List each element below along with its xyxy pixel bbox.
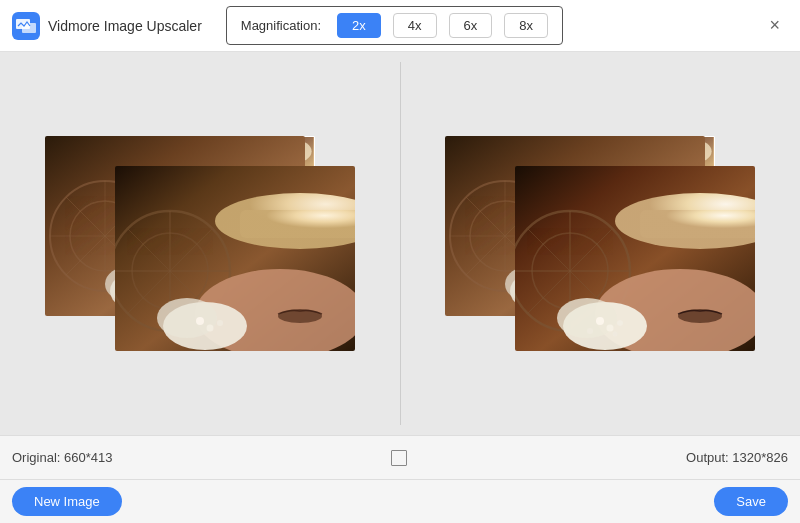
svg-point-29 (157, 298, 217, 338)
original-image-stack (45, 136, 355, 351)
svg-point-30 (196, 317, 204, 325)
output-dimensions: Output: 1320*826 (686, 450, 788, 465)
original-front-image (115, 166, 355, 351)
action-bar: New Image Save (0, 479, 800, 523)
svg-point-31 (206, 325, 213, 332)
main-content-area (0, 52, 800, 435)
magnification-panel: Magnification: 2x 4x 6x 8x (226, 6, 563, 45)
mag-btn-4x[interactable]: 4x (393, 13, 437, 38)
svg-rect-58 (640, 210, 755, 238)
mag-btn-2x[interactable]: 2x (337, 13, 381, 38)
output-front-image (515, 166, 755, 351)
svg-point-32 (217, 320, 223, 326)
magnification-label: Magnification: (241, 18, 321, 33)
compare-icon (391, 450, 407, 466)
save-button[interactable]: Save (714, 487, 788, 516)
svg-rect-27 (240, 210, 355, 238)
svg-point-61 (596, 317, 604, 325)
close-button[interactable]: × (761, 11, 788, 40)
svg-point-63 (617, 320, 623, 326)
original-image-panel (0, 52, 400, 435)
original-dimensions: Original: 660*413 (12, 450, 112, 465)
mag-btn-8x[interactable]: 8x (504, 13, 548, 38)
svg-point-62 (607, 325, 614, 332)
new-image-button[interactable]: New Image (12, 487, 122, 516)
svg-point-65 (613, 332, 618, 337)
mag-btn-6x[interactable]: 6x (449, 13, 493, 38)
app-logo-icon (12, 12, 40, 40)
svg-point-60 (557, 298, 617, 338)
status-bar: Original: 660*413 Output: 1320*826 (0, 435, 800, 479)
title-bar: Vidmore Image Upscaler Magnification: 2x… (0, 0, 800, 52)
svg-point-64 (587, 328, 593, 334)
output-image-panel (401, 52, 801, 435)
output-image-stack (445, 136, 755, 351)
app-title: Vidmore Image Upscaler (48, 18, 202, 34)
